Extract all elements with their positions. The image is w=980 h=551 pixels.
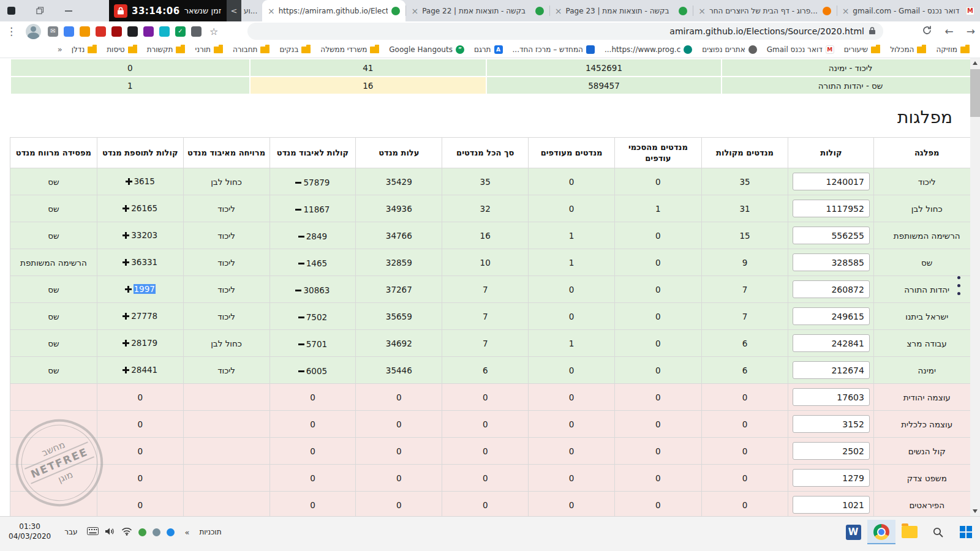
- votes-input[interactable]: [793, 442, 870, 460]
- gains-party-cell: [183, 411, 270, 438]
- bookmark-item[interactable]: המכלול: [886, 44, 930, 55]
- votes-input[interactable]: [793, 388, 870, 406]
- browser-tab[interactable]: ×פרוג - דף הבית של היוצרים החר...: [693, 0, 836, 21]
- bookmark-item[interactable]: תחבורה: [228, 44, 274, 55]
- plus-icon: [123, 313, 129, 320]
- start-button[interactable]: [952, 520, 980, 544]
- votes-input[interactable]: [793, 469, 870, 487]
- taskbar-toolbar-label[interactable]: תוכניות: [199, 528, 221, 536]
- scrollbar-thumb[interactable]: [970, 69, 980, 117]
- votes-input[interactable]: [793, 334, 870, 352]
- black-extension-icon[interactable]: [127, 26, 138, 37]
- url-text[interactable]: amiram.github.io/Elections/Source/2020.h…: [669, 26, 864, 36]
- seats-from-agreements-cell: 0: [615, 411, 702, 438]
- browser-tab[interactable]: ×Page 23 | בקשה - תוצאות אמת: [549, 0, 693, 21]
- volume-icon[interactable]: [105, 527, 115, 538]
- timer-collapse-button[interactable]: <: [227, 0, 241, 21]
- green-check-extension-icon[interactable]: ✓: [175, 26, 186, 37]
- file-explorer-taskbar-button[interactable]: [895, 520, 924, 544]
- taskbar-clock[interactable]: 01:30 04/03/2020: [5, 522, 55, 541]
- close-tab-icon[interactable]: ×: [411, 7, 418, 15]
- language-indicator[interactable]: עבר: [61, 528, 81, 536]
- page-content: ליכוד - ימינה1452691410שס - יהדות התורה5…: [10, 58, 980, 516]
- bookmark-item[interactable]: טיסות: [102, 44, 141, 55]
- seats-from-agreements-cell: 1: [615, 195, 702, 222]
- profile-avatar[interactable]: [26, 24, 41, 39]
- browser-tab[interactable]: ×Page 22 | בקשה - תוצאות אמת: [405, 0, 549, 21]
- bookmark-item[interactable]: תורני: [190, 44, 227, 55]
- close-tab-icon[interactable]: ×: [268, 7, 275, 15]
- plus-icon: [123, 205, 129, 212]
- votes-input[interactable]: [793, 173, 870, 190]
- tray-app-icon[interactable]: [153, 528, 160, 536]
- red-extension-icon[interactable]: [96, 26, 106, 37]
- orange-extension-icon[interactable]: [80, 26, 90, 37]
- chrome-icon: [873, 524, 889, 540]
- bookmark-item[interactable]: המחדש – מרכז החד...: [508, 44, 599, 55]
- votes-cell: [788, 303, 874, 330]
- vertical-scrollbar[interactable]: [970, 58, 980, 516]
- bookmark-item[interactable]: ”Google Hangouts: [385, 44, 469, 55]
- votes-input[interactable]: [793, 307, 870, 325]
- wifi-icon[interactable]: [121, 527, 132, 538]
- votes-input[interactable]: [793, 200, 870, 217]
- restore-window-icon[interactable]: [36, 7, 44, 15]
- votes-input[interactable]: [793, 227, 870, 244]
- bookmark-item[interactable]: אתרים נפוצים: [698, 44, 761, 55]
- column-header: מנדטים מעודפים: [529, 138, 615, 168]
- bookmark-item[interactable]: מוזיקה: [932, 44, 974, 55]
- netfree-tray-icon[interactable]: [138, 528, 146, 536]
- address-bar[interactable]: amiram.github.io/Elections/Source/2020.h…: [247, 23, 883, 40]
- forward-icon[interactable]: ←: [945, 26, 954, 37]
- gmail-icon: M: [966, 7, 974, 15]
- word-taskbar-button[interactable]: W: [839, 520, 867, 544]
- blue-extension-icon[interactable]: [64, 26, 74, 37]
- gray-extension-icon[interactable]: [191, 26, 202, 37]
- search-taskbar-button[interactable]: [924, 520, 952, 544]
- votes-input[interactable]: [793, 415, 870, 433]
- bookmark-item[interactable]: Aתרגם: [470, 44, 507, 55]
- bookmark-item[interactable]: נדלן: [67, 44, 101, 55]
- teamviewer-tray-icon[interactable]: [167, 528, 175, 536]
- reload-icon[interactable]: [922, 25, 932, 37]
- window-app-icon[interactable]: [7, 7, 15, 15]
- votes-input[interactable]: [793, 361, 870, 379]
- https-lock-icon[interactable]: [869, 26, 876, 37]
- mail-extension-icon[interactable]: ✉: [48, 26, 58, 37]
- darkred-extension-icon[interactable]: [111, 26, 122, 37]
- votes-to-lose-cell: 0: [270, 492, 356, 517]
- votes-input[interactable]: [793, 496, 870, 514]
- browser-menu-icon[interactable]: ⋮: [4, 25, 19, 37]
- bookmark-item[interactable]: שיעורים: [840, 44, 884, 55]
- votes-input[interactable]: [793, 253, 870, 271]
- bookmark-item[interactable]: בנקים: [275, 44, 315, 55]
- folder-icon: [88, 47, 97, 53]
- close-tab-icon[interactable]: ×: [842, 7, 850, 15]
- browser-tab[interactable]: ×gmail.com - Gmail - דואר נכנסM: [837, 0, 980, 21]
- bookmarks-bar: מוזיקההמכלולשיעוריםMדואר נכנס Gmailאתרים…: [0, 41, 980, 58]
- votes-to-add-cell: 36331: [97, 249, 183, 276]
- scroll-down-icon[interactable]: [970, 506, 980, 516]
- bookmark-item[interactable]: תקשורת: [143, 44, 190, 55]
- chrome-taskbar-button[interactable]: [867, 520, 895, 544]
- teal-extension-icon[interactable]: [159, 26, 170, 37]
- purple-extension-icon[interactable]: [143, 26, 154, 37]
- bookmarks-overflow-chevron[interactable]: «: [54, 45, 66, 54]
- bookmark-item[interactable]: https://www.prog.c...: [600, 44, 696, 55]
- bookmark-star-icon[interactable]: ☆: [208, 26, 219, 37]
- close-tab-icon[interactable]: ×: [698, 7, 706, 15]
- plus-icon: [123, 259, 129, 266]
- browser-tab[interactable]: וע...: [241, 0, 262, 21]
- scroll-up-icon[interactable]: [970, 58, 980, 68]
- minimize-window-icon[interactable]: [65, 10, 72, 12]
- votes-input[interactable]: [793, 280, 870, 298]
- bookmark-item[interactable]: משרדי ממשלה: [316, 44, 383, 55]
- close-tab-icon[interactable]: ×: [555, 7, 562, 15]
- tray-overflow-chevron[interactable]: «: [181, 528, 193, 537]
- touch-keyboard-icon[interactable]: [87, 527, 99, 537]
- browser-tab[interactable]: ×https://amiram.github.io/Elect: [262, 0, 405, 21]
- votes-to-add-cell: 3615: [97, 168, 183, 195]
- back-icon[interactable]: →: [967, 26, 975, 37]
- bookmark-item[interactable]: Mדואר נכנס Gmail: [763, 44, 839, 55]
- gmail-icon: M: [826, 45, 834, 54]
